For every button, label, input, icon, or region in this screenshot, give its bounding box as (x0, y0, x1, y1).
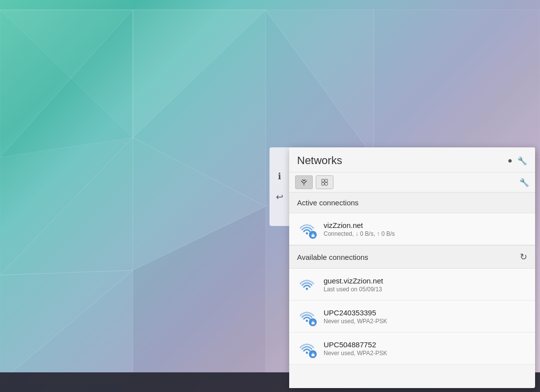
wifi-tab[interactable] (295, 175, 313, 189)
download-arrow: ↓ (356, 230, 360, 237)
tabs-bar: 🔧 (289, 172, 535, 193)
available-network-detail-2: Never used, WPA2-PSK (324, 350, 527, 357)
svg-point-13 (303, 184, 304, 185)
svg-rect-24 (311, 354, 314, 356)
wifi-icon-wrap-0 (297, 275, 317, 294)
other-tab[interactable] (316, 175, 333, 189)
active-network-detail: Connected, ↓ 0 B/s, ↑ 0 B/s (324, 230, 527, 237)
available-network-item-0[interactable]: guest.vizZzion.net Last used on 05/09/13 (289, 269, 535, 301)
wifi-icon-wrap (297, 219, 317, 239)
svg-rect-19 (311, 234, 314, 237)
panel-title: Networks (297, 154, 342, 167)
svg-point-23 (306, 352, 308, 354)
available-network-info-1: UPC240353395 Never used, WPA2-PSK (324, 308, 527, 325)
svg-rect-17 (325, 183, 328, 185)
svg-marker-11 (374, 10, 540, 157)
svg-rect-22 (311, 322, 314, 324)
panel-header-icons: ● 🔧 (508, 156, 527, 166)
side-panel: ℹ ↩ (270, 147, 289, 226)
available-network-ssid-2: UPC504887752 (324, 340, 527, 349)
available-network-info-0: guest.vizZzion.net Last used on 05/09/13 (324, 277, 527, 293)
refresh-icon[interactable]: ↻ (520, 252, 527, 262)
available-network-ssid-0: guest.vizZzion.net (324, 277, 527, 285)
circle-icon[interactable]: ● (508, 156, 512, 165)
available-network-info-2: UPC504887752 Never used, WPA2-PSK (324, 340, 527, 357)
wifi-icon-wrap-2 (297, 338, 317, 358)
svg-point-21 (306, 320, 308, 322)
available-network-ssid-1: UPC240353395 (324, 308, 527, 317)
svg-point-18 (306, 232, 308, 235)
networks-panel: Networks ● 🔧 🔧 Acti (289, 147, 535, 388)
lock-badge-1 (309, 318, 317, 326)
available-connections-header: Available connections ↻ (289, 246, 535, 269)
available-network-detail-0: Last used on 05/09/13 (324, 286, 527, 293)
lock-badge-2 (309, 350, 317, 358)
lock-badge (309, 231, 317, 239)
svg-rect-14 (322, 179, 324, 182)
svg-rect-16 (322, 183, 324, 185)
svg-point-20 (306, 288, 308, 290)
active-network-ssid: vizZzion.net (324, 221, 527, 229)
svg-rect-15 (325, 179, 328, 182)
back-icon[interactable]: ↩ (276, 192, 283, 202)
wifi-icon-wrap-1 (297, 307, 317, 326)
available-network-item-1[interactable]: UPC240353395 Never used, WPA2-PSK (289, 301, 535, 333)
active-connections-header: Active connections (289, 193, 535, 213)
info-icon[interactable]: ℹ (278, 171, 281, 182)
panel-header: Networks ● 🔧 (289, 147, 535, 172)
active-network-item[interactable]: vizZzion.net Connected, ↓ 0 B/s, ↑ 0 B/s (289, 213, 535, 245)
wrench-icon[interactable]: 🔧 (517, 156, 527, 166)
active-network-info: vizZzion.net Connected, ↓ 0 B/s, ↑ 0 B/s (324, 221, 527, 237)
available-network-item-2[interactable]: UPC504887752 Never used, WPA2-PSK (289, 333, 535, 364)
available-network-detail-1: Never used, WPA2-PSK (324, 318, 527, 325)
tabs-wrench-icon[interactable]: 🔧 (519, 178, 529, 187)
panel-content[interactable]: Active connections (289, 193, 535, 388)
